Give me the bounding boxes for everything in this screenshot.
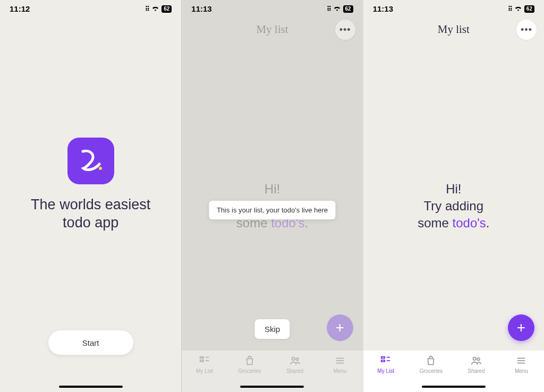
more-options-button[interactable]: •••	[335, 20, 355, 40]
page-title: My list	[256, 23, 288, 36]
start-button[interactable]: Start	[48, 330, 133, 355]
cellular-icon: ⠿	[327, 5, 331, 13]
tab-menu[interactable]: Menu	[499, 355, 544, 392]
home-indicator	[59, 386, 123, 388]
status-icons: ⠿ 62	[145, 5, 172, 13]
more-options-button[interactable]: •••	[516, 20, 537, 40]
plus-icon: +	[335, 319, 344, 336]
home-indicator	[422, 386, 486, 388]
tab-my-list[interactable]: My List	[363, 355, 409, 392]
status-time: 11:13	[373, 4, 393, 13]
ellipsis-icon: •••	[339, 25, 351, 35]
plus-icon: +	[517, 319, 525, 336]
svg-point-5	[292, 357, 295, 361]
svg-point-0	[99, 167, 102, 170]
svg-rect-1	[200, 357, 203, 359]
wifi-icon	[514, 5, 522, 13]
list-header: My list •••	[363, 15, 544, 41]
battery-icon: 62	[343, 5, 353, 13]
add-todo-button[interactable]: +	[508, 314, 534, 341]
wifi-icon	[151, 5, 159, 13]
status-icons: ⠿ 62	[327, 5, 353, 13]
svg-point-15	[478, 358, 480, 361]
ellipsis-icon: •••	[521, 25, 532, 35]
status-bar: 11:12 ⠿ 62	[0, 0, 181, 15]
status-time: 11:13	[191, 4, 211, 13]
wifi-icon	[333, 5, 341, 13]
battery-icon: 62	[524, 5, 534, 13]
svg-rect-10	[381, 357, 385, 359]
cellular-icon: ⠿	[508, 5, 512, 13]
svg-rect-2	[200, 360, 203, 362]
home-indicator	[240, 386, 304, 388]
list-icon	[380, 355, 392, 367]
status-icons: ⠿ 62	[508, 5, 534, 13]
svg-point-6	[296, 358, 299, 361]
people-icon	[470, 355, 482, 367]
app-logo-icon	[67, 138, 114, 184]
list-header: My list •••	[182, 15, 362, 41]
tab-my-list[interactable]: My List	[182, 355, 227, 392]
screen-list-empty: 11:13 ⠿ 62 My list ••• Hi! Try adding so…	[363, 0, 544, 392]
greeting-text: Hi! Try adding some todo's.	[363, 181, 544, 232]
screen-onboarding-start: 11:12 ⠿ 62 The worlds easiest todo app S…	[0, 0, 181, 392]
bag-icon	[425, 355, 437, 367]
menu-icon	[334, 355, 346, 367]
skip-button[interactable]: Skip	[255, 319, 290, 339]
status-bar: 11:13 ⠿ 62	[182, 0, 362, 15]
people-icon	[289, 355, 301, 367]
screen-list-onboarding: 11:13 ⠿ 62 My list ••• Hi! Try adding so…	[181, 0, 362, 392]
bag-icon	[244, 355, 256, 367]
splash-content: The worlds easiest todo app Start	[0, 15, 181, 391]
page-title: My list	[438, 23, 470, 36]
tagline: The worlds easiest todo app	[31, 196, 150, 232]
logo-area: The worlds easiest todo app	[31, 138, 150, 232]
list-icon	[199, 355, 210, 367]
status-time: 11:12	[10, 4, 30, 13]
cellular-icon: ⠿	[145, 5, 149, 13]
status-bar: 11:13 ⠿ 62	[363, 0, 544, 15]
svg-point-14	[473, 357, 477, 361]
add-todo-button[interactable]: +	[327, 314, 353, 341]
svg-rect-11	[381, 360, 385, 362]
battery-icon: 62	[162, 5, 172, 13]
menu-icon	[515, 355, 527, 367]
tab-menu[interactable]: Menu	[318, 355, 363, 392]
onboarding-tooltip: This is your list, your todo's live here	[209, 201, 335, 219]
